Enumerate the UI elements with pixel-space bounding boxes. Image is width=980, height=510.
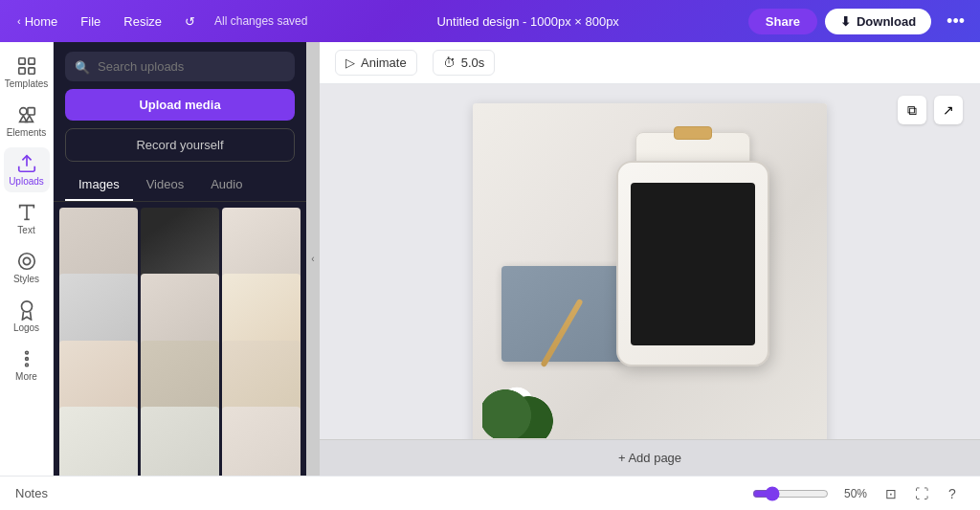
resize-button[interactable]: Resize [114,11,171,33]
bottom-bar: Notes 50% ⊡ ⛶ ? [0,476,980,510]
record-yourself-button[interactable]: Record yourself [65,128,295,162]
back-icon: ‹ [17,15,21,27]
design-canvas [473,103,827,439]
upload-icon [16,153,37,174]
file-button[interactable]: File [71,11,110,33]
images-grid [54,202,306,476]
zoom-slider[interactable] [752,486,829,501]
thumbnail-11[interactable] [141,407,219,476]
sidebar-item-templates-label: Templates [5,78,49,89]
svg-point-13 [25,358,28,361]
svg-rect-2 [18,68,24,74]
sidebar-item-text[interactable]: Text [4,196,50,241]
svg-rect-0 [18,58,24,64]
canvas-area: ▷ Animate ⏱ 5.0s ⧉ ↗ [320,42,980,476]
left-panel: 🔍 Upload media Record yourself Images Vi… [54,42,306,476]
sidebar-item-uploads[interactable]: Uploads [4,147,50,192]
svg-point-10 [23,257,30,264]
sidebar-item-more-label: More [15,371,37,382]
tabs-row: Images Videos Audio [54,169,306,202]
add-page-bar: + Add page [320,439,980,476]
sidebar-item-more[interactable]: More [4,343,50,388]
sidebar-item-elements-label: Elements [7,127,47,138]
copy-canvas-button[interactable]: ⧉ [898,96,926,124]
main-body: Templates Elements Uploads Text [0,42,980,476]
sidebar-item-styles-label: Styles [13,274,39,284]
sidebar-item-styles[interactable]: Styles [4,245,50,290]
tab-images[interactable]: Images [65,169,133,201]
svg-rect-1 [28,58,33,64]
fit-page-button[interactable]: ⊡ [879,481,903,506]
zoom-controls: 50% [752,486,867,501]
sidebar-item-text-label: Text [17,225,34,235]
share-button[interactable]: Share [748,9,817,34]
fullscreen-button[interactable]: ⛶ [909,481,934,506]
svg-point-12 [25,351,28,354]
svg-point-11 [21,301,32,312]
svg-rect-5 [27,108,33,115]
more-button[interactable]: ••• [939,8,972,35]
tablet-element [616,161,769,366]
canvas-mockup [473,103,827,439]
svg-point-9 [18,254,34,270]
timer-button[interactable]: ⏱ 5.0s [433,50,496,76]
timer-icon: ⏱ [443,55,456,70]
search-area: 🔍 [54,42,306,89]
sidebar-icons: Templates Elements Uploads Text [0,42,54,476]
tab-audio[interactable]: Audio [197,169,256,201]
canvas-container[interactable]: ⧉ ↗ [320,84,980,439]
svg-rect-3 [28,68,33,74]
bottom-buttons: ⊡ ⛶ ? [879,481,965,506]
clipboard-clip [674,126,712,140]
flowers-element [482,381,559,438]
help-button[interactable]: ? [940,481,965,506]
topbar: ‹ Home File Resize ↺ All changes saved U… [0,0,980,42]
save-status: All changes saved [214,14,307,28]
sidebar-item-logos-label: Logos [13,322,39,333]
upload-media-button[interactable]: Upload media [65,89,295,121]
expand-canvas-button[interactable]: ↗ [934,96,963,124]
canvas-toolbar: ▷ Animate ⏱ 5.0s [320,42,980,84]
notebook-element [501,266,626,362]
undo-button[interactable]: ↺ [175,11,205,33]
search-icon: 🔍 [75,59,90,74]
animate-icon: ▷ [345,55,355,70]
sidebar-item-uploads-label: Uploads [9,176,44,187]
add-page-button[interactable]: + Add page [618,451,681,465]
panel-collapse-handle[interactable]: ‹ [306,42,320,476]
sidebar-item-elements[interactable]: Elements [4,99,50,144]
download-icon: ⬇ [840,14,851,29]
tab-videos[interactable]: Videos [133,169,198,201]
design-title: Untitled design - 1000px × 800px [436,14,618,29]
thumbnail-10[interactable] [59,407,138,476]
thumbnail-12[interactable] [222,407,301,476]
topbar-actions: Share ⬇ Download ••• [748,8,972,35]
canvas-tools: ⧉ ↗ [898,96,963,124]
text-icon [16,202,37,223]
badge-icon [16,299,37,321]
tablet-screen [631,183,755,345]
shapes-icon [16,104,37,125]
sidebar-item-logos[interactable]: Logos [4,294,50,339]
grid-icon [16,55,37,77]
sidebar-item-templates[interactable]: Templates [4,50,50,95]
svg-point-14 [25,364,28,366]
download-button[interactable]: ⬇ Download [825,9,931,34]
zoom-percentage: 50% [836,487,867,500]
notes-label: Notes [15,486,48,500]
svg-point-4 [19,108,26,115]
animate-button[interactable]: ▷ Animate [335,50,417,76]
brush-icon [16,251,37,272]
search-input[interactable] [65,52,295,81]
dots-icon [16,348,37,369]
home-button[interactable]: ‹ Home [8,11,67,33]
